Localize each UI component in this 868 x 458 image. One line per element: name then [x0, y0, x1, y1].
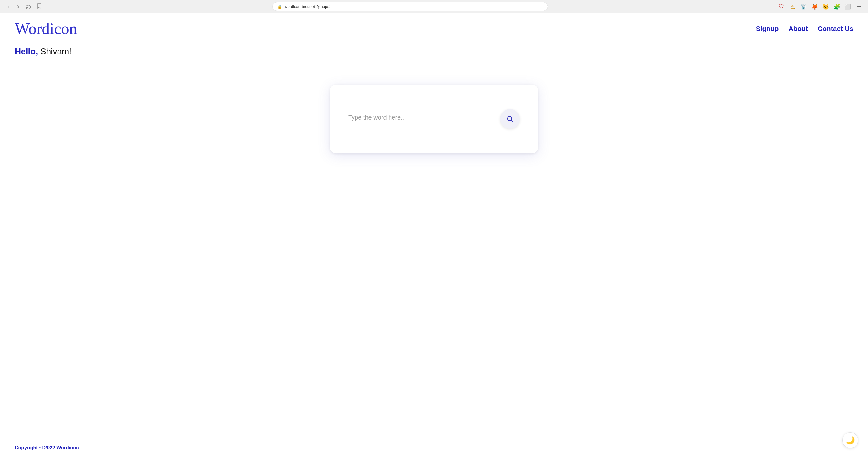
search-button[interactable]	[500, 109, 520, 129]
browser-chrome: 🔒 wordicon-test.netlify.app/# 🛡 ⚠ 📡 🦊 🐱 …	[0, 0, 868, 13]
navbar: Wordicon Signup About Contact Us	[0, 13, 868, 44]
url-text: wordicon-test.netlify.app/#	[284, 4, 543, 9]
menu-icon[interactable]: ☰	[855, 2, 863, 11]
search-underline	[348, 123, 494, 124]
puzzle-icon[interactable]: 🧩	[833, 2, 841, 11]
browser-extensions: 🛡 ⚠ 📡 🦊 🐱 🧩 ⬜ ☰	[777, 2, 863, 11]
signup-link[interactable]: Signup	[756, 25, 779, 33]
footer: Copyright © 2022 Wordicon	[0, 438, 868, 458]
cat-icon[interactable]: 🐱	[822, 2, 830, 11]
fox-icon[interactable]: 🦊	[810, 2, 819, 11]
search-card	[330, 85, 538, 153]
main-content	[0, 66, 868, 438]
search-input-wrapper	[348, 114, 494, 124]
search-input[interactable]	[348, 114, 494, 123]
website-content: Wordicon Signup About Contact Us Hello, …	[0, 13, 868, 458]
logo: Wordicon	[15, 21, 77, 37]
address-bar-wrapper: 🔒 wordicon-test.netlify.app/#	[46, 2, 774, 11]
lock-icon: 🔒	[278, 5, 282, 9]
firefox-shield-icon[interactable]: 🛡	[777, 2, 786, 11]
copyright-text: Copyright © 2022 Wordicon	[15, 445, 79, 450]
about-link[interactable]: About	[788, 25, 808, 33]
back-button[interactable]	[5, 3, 12, 10]
moon-icon: 🌙	[846, 436, 855, 445]
dark-mode-toggle[interactable]: 🌙	[842, 432, 858, 448]
svg-line-1	[512, 120, 513, 122]
window-icon[interactable]: ⬜	[843, 2, 852, 11]
nav-links: Signup About Contact Us	[756, 25, 853, 33]
browser-nav-group	[5, 3, 32, 10]
greeting-hello: Hello,	[15, 47, 38, 56]
greeting-section: Hello, Shivam!	[0, 44, 868, 66]
contact-us-link[interactable]: Contact Us	[818, 25, 853, 33]
cast-icon[interactable]: 📡	[799, 2, 808, 11]
warning-icon[interactable]: ⚠	[788, 2, 797, 11]
forward-button[interactable]	[15, 3, 22, 10]
address-bar[interactable]: 🔒 wordicon-test.netlify.app/#	[272, 2, 548, 11]
reload-button[interactable]	[25, 3, 32, 10]
greeting-name: Shivam!	[38, 47, 71, 56]
search-icon	[506, 115, 514, 123]
bookmark-button[interactable]	[35, 2, 43, 11]
